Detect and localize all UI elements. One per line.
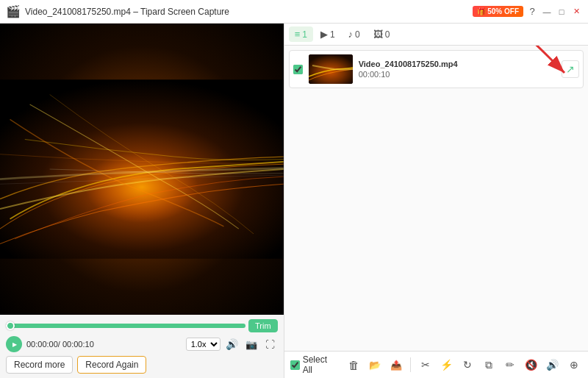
- playback-row: 00:00:00/ 00:00:10 1.0x 0.5x 1.5x 2.0x 🔊…: [6, 336, 278, 352]
- tab-audio-count: 0: [355, 29, 360, 40]
- refresh-icon[interactable]: ↻: [459, 356, 476, 374]
- fullscreen-icon[interactable]: ⛶: [263, 337, 278, 352]
- play-icon: ▶: [320, 29, 328, 40]
- export-all-icon[interactable]: 📤: [387, 356, 404, 374]
- tab-bar: ≡ 1 ▶ 1 ♪ 0 🖼 0: [284, 24, 588, 46]
- controls-area: Trim 00:00:00/ 00:00:10 1.0x 0.5x 1.5x 2…: [0, 315, 284, 378]
- media-name: Video_241008175250.mp4: [359, 60, 556, 68]
- camera-icon[interactable]: 📷: [244, 337, 259, 352]
- bottom-toolbar: Select All 🗑 📂 📤 ✂ ⚡ ↻ ⧉ ✏ 🔇 🔊 ⊕: [284, 351, 588, 378]
- record-again-button[interactable]: Record Again: [77, 356, 146, 374]
- select-all-row: Select All: [290, 354, 337, 375]
- media-info: Video_241008175250.mp4 00:00:10: [359, 60, 556, 79]
- select-all-label: Select All: [303, 354, 337, 375]
- tab-video[interactable]: ≡ 1: [289, 26, 313, 42]
- media-thumbnail: [309, 54, 353, 84]
- record-more-button[interactable]: Record more: [6, 356, 73, 374]
- media-checkbox[interactable]: [293, 65, 303, 74]
- left-panel: Trim 00:00:00/ 00:00:10 1.0x 0.5x 1.5x 2…: [0, 24, 284, 378]
- promo-text: 50% OFF: [487, 7, 519, 15]
- tab-play[interactable]: ▶ 1: [315, 26, 341, 42]
- divider: [410, 357, 411, 372]
- window-title: Video_241008175250.mp4 – Tipard Screen C…: [25, 7, 229, 17]
- select-all-checkbox[interactable]: [290, 360, 300, 370]
- progress-row: Trim: [6, 319, 278, 332]
- export-button[interactable]: ↗: [562, 60, 579, 78]
- progress-track[interactable]: [6, 324, 245, 328]
- more-icon[interactable]: ⊕: [565, 356, 582, 374]
- tab-image[interactable]: 🖼 0: [368, 26, 396, 42]
- minimize-button[interactable]: —: [541, 6, 553, 18]
- trim-button[interactable]: Trim: [248, 319, 278, 332]
- titlebar-left: 🎬 Video_241008175250.mp4 – Tipard Screen…: [6, 4, 229, 18]
- main-layout: Trim 00:00:00/ 00:00:10 1.0x 0.5x 1.5x 2…: [0, 24, 588, 378]
- play-button[interactable]: [6, 336, 22, 352]
- title-bar: 🎬 Video_241008175250.mp4 – Tipard Screen…: [0, 0, 588, 24]
- tab-audio[interactable]: ♪ 0: [343, 26, 366, 42]
- scissors-icon[interactable]: ✂: [417, 356, 434, 374]
- close-button[interactable]: ✕: [570, 6, 582, 18]
- image-icon: 🖼: [373, 29, 383, 40]
- tab-video-count: 1: [302, 29, 307, 40]
- progress-thumb[interactable]: [6, 321, 15, 330]
- list-icon: ≡: [295, 29, 301, 40]
- maximize-button[interactable]: □: [556, 6, 567, 18]
- tab-image-count: 0: [385, 29, 390, 40]
- promo-badge[interactable]: 🎁 50% OFF: [473, 6, 523, 17]
- speed-select[interactable]: 1.0x 0.5x 1.5x 2.0x: [186, 338, 220, 351]
- media-list: Video_241008175250.mp4 00:00:10 ↗: [284, 46, 588, 351]
- video-player[interactable]: [0, 24, 284, 315]
- time-display: 00:00:00/ 00:00:10: [26, 340, 94, 349]
- right-panel: ≡ 1 ▶ 1 ♪ 0 🖼 0: [284, 24, 588, 378]
- folder-open-icon[interactable]: 📂: [367, 356, 384, 374]
- volume-icon[interactable]: 🔊: [225, 337, 240, 352]
- titlebar-controls: 🎁 50% OFF ? — □ ✕: [473, 6, 582, 18]
- delete-icon[interactable]: 🗑: [345, 356, 362, 374]
- gift-icon: 🎁: [477, 7, 486, 15]
- equalizer-icon[interactable]: ⚡: [438, 356, 455, 374]
- media-duration: 00:00:10: [359, 70, 556, 79]
- audio-mute-icon[interactable]: 🔇: [523, 356, 540, 374]
- volume-up-icon[interactable]: 🔊: [544, 356, 561, 374]
- media-item: Video_241008175250.mp4 00:00:10 ↗: [289, 50, 584, 88]
- app-icon: 🎬: [6, 4, 21, 18]
- action-row: Record more Record Again: [6, 356, 278, 374]
- help-button[interactable]: ?: [526, 6, 538, 18]
- tab-play-count: 1: [330, 29, 335, 40]
- edit-icon[interactable]: ✏: [502, 356, 519, 374]
- copy-icon[interactable]: ⧉: [481, 356, 498, 374]
- audio-icon: ♪: [348, 29, 354, 40]
